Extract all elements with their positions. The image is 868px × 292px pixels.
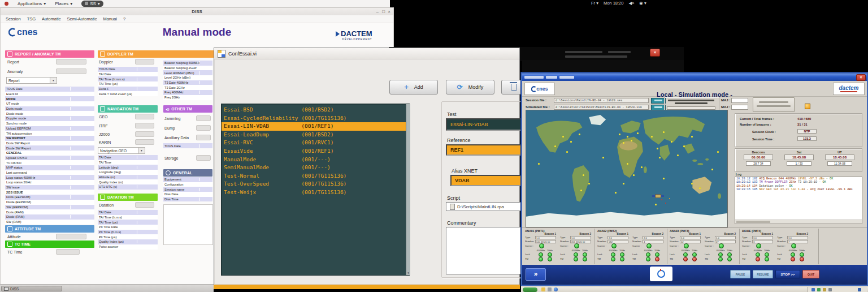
led-cell <box>690 254 699 264</box>
scroll-down-icon[interactable]: ▾ <box>406 271 410 274</box>
close-session-button-disabled[interactable] <box>753 97 795 112</box>
row-label: Diode (EEPROM) <box>5 200 71 204</box>
carrier-label: Carrier : <box>632 244 645 247</box>
confessai-titlebar[interactable]: ConfEssai.vi <box>214 48 519 59</box>
beacon-dot <box>641 166 643 168</box>
maximize-button[interactable]: □ <box>382 8 385 15</box>
list-item[interactable]: SemiManualMode (001/---) <box>222 164 409 172</box>
menu-item-?[interactable]: ? <box>123 16 125 22</box>
menu-item-session[interactable]: Session <box>6 16 21 22</box>
applications-menu[interactable]: Applications▾ <box>18 1 46 6</box>
active-app-badge[interactable]: SS▾ <box>81 1 103 7</box>
group-title: ANA02 (PMT2) <box>596 229 667 233</box>
table-row: Loop status 400MHz <box>5 175 94 180</box>
beacon-block: Beacon 2Type1.0Number051 18:20:10Carrier… <box>558 233 593 261</box>
resume-button[interactable]: RESUME <box>753 270 773 278</box>
tray-clock-icon[interactable] <box>858 288 861 291</box>
menu-item-semi-automatic[interactable]: Semi-Automatic <box>67 16 97 22</box>
volume-icon[interactable]: ◀» <box>628 1 634 6</box>
navigation-dropdown[interactable]: Navigation GEO▾ <box>98 147 145 154</box>
row-label: Longitude (deg) <box>98 170 137 174</box>
script-field[interactable]: D:\Scripts\MaintLIN.rpa <box>446 202 531 211</box>
list-item[interactable]: ManualMode (001/---) <box>222 156 409 164</box>
essai-list[interactable]: Essai-BSD (001/BSD2)Essai-CycledReliabil… <box>221 104 410 276</box>
log-listbox[interactable]: 18:20:12 102 ACQ Beacon 044 400MHz LEVEL… <box>735 177 862 224</box>
scrollbar-thumb[interactable] <box>736 221 770 223</box>
add-button[interactable]: + Add <box>389 80 438 95</box>
folder-icon[interactable] <box>541 287 545 291</box>
alias-xnet-field[interactable]: VDAB <box>450 175 531 186</box>
tray-icon[interactable] <box>828 288 832 291</box>
file-browse-icon[interactable] <box>450 204 455 210</box>
menu-item-manual[interactable]: Manual <box>103 16 117 22</box>
close-button[interactable]: × <box>388 8 390 15</box>
list-item[interactable]: Essai-LIN-VDAB (001/REF1) <box>222 122 409 131</box>
list-item[interactable]: Essai-LoadDump (001/BSD2) <box>222 131 409 139</box>
report-dropdown[interactable]: Report▾ <box>6 77 57 84</box>
doppler-value-box <box>135 59 154 65</box>
system-clock-area[interactable]: Fr ▾ Mon 18:20 ◀» ◉ ▾ <box>591 1 646 6</box>
places-menu[interactable]: Places▾ <box>55 1 72 6</box>
commentary-textarea[interactable] <box>446 227 532 274</box>
start-button[interactable] <box>523 287 537 292</box>
table-row: Pulse counter <box>98 244 158 250</box>
field-value: 3.0 <box>787 236 808 239</box>
led-row: TM <box>742 256 775 261</box>
tray-icon[interactable] <box>817 288 821 291</box>
play-button[interactable]: » <box>526 268 546 281</box>
taskbar-item-diss[interactable]: DISS <box>1 286 62 291</box>
clock-label[interactable]: Mon 18:20 <box>604 1 623 6</box>
simulation-bottombar: » PAUSE RESUME STOP >> QUIT <box>522 265 867 285</box>
timer-header: Sat <box>780 151 818 154</box>
list-item[interactable]: Essai-BSD (001/BSD2) <box>222 106 409 114</box>
anomaly-label: Anomaly <box>7 70 23 74</box>
list-item[interactable]: Essai-CycledReliability (001/TG11S136) <box>222 114 409 123</box>
list-item[interactable]: Test-OverSpeed (001/TG11S136) <box>222 180 409 188</box>
diss-titlebar[interactable]: DISS – □ × <box>1 8 393 16</box>
reference-field[interactable]: REF1 <box>446 144 531 156</box>
quit-button[interactable]: QUIT <box>802 270 819 278</box>
keyboard-layout[interactable]: Fr ▾ <box>591 1 598 6</box>
timer-column: Beacons00:00:0028.7 34 <box>740 151 777 166</box>
row-label: Plt Time (h.m.s) <box>98 230 137 234</box>
power-icon[interactable]: ◉ ▾ <box>639 1 646 6</box>
tray-icon[interactable] <box>811 288 815 291</box>
led-grid: 400MHz2GHzLockTM <box>670 249 703 261</box>
menu-item-automatic[interactable]: Automatic <box>42 16 60 22</box>
field-value: 2.0 <box>607 236 628 239</box>
close-button[interactable]: × <box>856 74 866 81</box>
modify-button[interactable]: ⟳ Modify <box>446 80 494 95</box>
led-grid: 400MHz2GHzLockTM <box>525 249 558 261</box>
led-grid: 400MHz2GHzLockTM <box>560 249 593 261</box>
spacer <box>705 249 716 252</box>
pause-button[interactable]: PAUSE <box>730 270 750 278</box>
timer-sub-value: 28.7 34 <box>746 161 771 166</box>
minimize-button[interactable]: – <box>376 8 379 15</box>
timer-value: 18:45:08 <box>825 154 854 160</box>
stop-button[interactable]: STOP >> <box>775 270 800 278</box>
spacer <box>525 249 536 252</box>
maj-field-2[interactable] <box>731 105 748 110</box>
test-field[interactable]: Essai-LIN-VDAB <box>446 118 531 131</box>
list-scrollbar[interactable]: ▾ <box>406 104 410 275</box>
list-item[interactable]: EssaiVide (001/REF1) <box>222 147 409 156</box>
field-label: Type <box>777 236 786 239</box>
browser-icon[interactable] <box>554 287 558 291</box>
field-row: Number051 18:20:10 <box>560 239 593 243</box>
log-scrollbar[interactable] <box>735 220 862 224</box>
app-icon[interactable] <box>548 287 552 291</box>
carrier-led <box>574 243 579 248</box>
log-segment: - OK <box>826 177 833 181</box>
close-button[interactable]: × <box>650 49 660 57</box>
tray-icon[interactable] <box>823 288 826 291</box>
storage-label: Storage <box>164 156 179 160</box>
simulation-titlebar[interactable]: × <box>522 74 867 81</box>
list-item[interactable]: Test-Normal (001/TG11S136) <box>222 172 409 181</box>
chevron-down-icon: ▾ <box>98 1 100 6</box>
world-map[interactable] <box>526 110 728 227</box>
list-item[interactable]: Essai-RVC (001/RVC1) <box>222 139 409 147</box>
row-label: TAI Date <box>98 72 137 76</box>
list-item[interactable]: Test-Weijx (001/TG11S136) <box>222 188 409 197</box>
menu-item-tsg[interactable]: TSG <box>27 16 36 22</box>
maj-field-1[interactable] <box>731 98 748 103</box>
